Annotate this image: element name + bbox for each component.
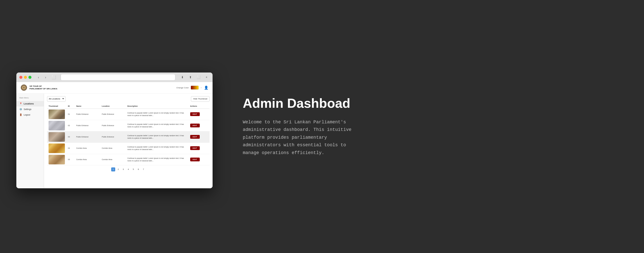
name-cell: Public Entrance bbox=[75, 109, 100, 120]
locations-table: Thumbnail ID Name Location Description A… bbox=[47, 104, 210, 165]
edit-button[interactable]: EDIT bbox=[190, 135, 200, 139]
page-button-4[interactable]: 4 bbox=[126, 167, 130, 171]
location-filter-select[interactable]: All Locations Indoor Outdoor bbox=[47, 96, 66, 102]
location-cell: Public Entrance bbox=[100, 120, 126, 131]
edit-button[interactable]: EDIT bbox=[190, 112, 200, 116]
url-bar[interactable] bbox=[61, 74, 175, 81]
edit-button[interactable]: EDIT bbox=[190, 124, 200, 127]
edit-button[interactable]: EDIT bbox=[190, 158, 200, 161]
app-body: Main Menu 📍 Locations ⚙️ Settings 🚪 Logo… bbox=[16, 94, 213, 188]
id-cell: 04 bbox=[66, 142, 75, 154]
sidebar: Main Menu 📍 Locations ⚙️ Settings 🚪 Logo… bbox=[16, 94, 44, 188]
svg-point-2 bbox=[23, 87, 25, 88]
actions-cell: EDIT bbox=[189, 120, 210, 131]
share-button[interactable]: ⬆ bbox=[187, 74, 193, 80]
table-row: 05 Corridor Area Corridor Area Continue … bbox=[47, 154, 210, 165]
sidebar-main-menu-label: Main Menu bbox=[16, 96, 44, 100]
page-button-6[interactable]: 6 bbox=[136, 167, 140, 171]
col-actions: Actions bbox=[189, 104, 210, 109]
color-arrow-icon: › bbox=[201, 87, 202, 89]
page-button-7[interactable]: 7 bbox=[141, 167, 145, 171]
color-swatch[interactable] bbox=[191, 86, 199, 90]
back-button[interactable]: ‹ bbox=[35, 74, 42, 80]
sidebar-toggle-button[interactable]: ⬜ bbox=[51, 74, 57, 80]
logo-area: VR TOUR OF PARLIAMENT OF SRI LANKA bbox=[20, 84, 57, 91]
page-button-3[interactable]: 3 bbox=[121, 167, 125, 171]
content-toolbar: All Locations Indoor Outdoor Hide Thumbn… bbox=[47, 96, 210, 102]
dashboard-title: Admin Dashboad bbox=[243, 96, 624, 111]
right-panel: Admin Dashboad Welcome to the Sri Lankan… bbox=[213, 96, 644, 157]
change-color-label: Change Color bbox=[176, 87, 189, 89]
description-cell: Continue to popular belief. Lorem Ipsum … bbox=[126, 154, 189, 165]
main-content: All Locations Indoor Outdoor Hide Thumbn… bbox=[44, 94, 213, 188]
thumbnail-image bbox=[49, 132, 65, 142]
thumbnail-image bbox=[49, 155, 65, 164]
page-button-2[interactable]: 2 bbox=[116, 167, 120, 171]
add-tab-button[interactable]: + bbox=[204, 74, 210, 80]
location-cell: Corridor Area bbox=[100, 154, 126, 165]
forward-button[interactable]: › bbox=[43, 74, 49, 80]
location-cell: Corridor Area bbox=[100, 142, 126, 154]
thumbnail-cell bbox=[47, 142, 66, 154]
table-row: 02 Public Entrance Public Entrance Conti… bbox=[47, 120, 210, 131]
logout-door-icon: 🚪 bbox=[19, 114, 22, 116]
actions-cell: EDIT bbox=[189, 142, 210, 154]
page-button-1[interactable]: 1 bbox=[111, 167, 115, 171]
browser-content: VR TOUR OF PARLIAMENT OF SRI LANKA Chang… bbox=[16, 82, 213, 188]
hide-thumbnail-button[interactable]: Hide Thumbnail bbox=[191, 96, 210, 102]
close-button[interactable] bbox=[19, 76, 22, 79]
location-cell: Public Entrance bbox=[100, 131, 126, 142]
sidebar-item-logout[interactable]: 🚪 Logout bbox=[16, 112, 44, 118]
minimize-button[interactable] bbox=[24, 76, 27, 79]
sidebar-locations-label: Locations bbox=[24, 102, 34, 105]
browser-window: ‹ › ⬜ ⬇ ⬆ ⬜ + VR TOUR OF PARLIAMENT OF bbox=[16, 73, 213, 188]
page-button-5[interactable]: 5 bbox=[131, 167, 135, 171]
actions-cell: EDIT bbox=[189, 154, 210, 165]
pagination: 1234567 bbox=[47, 165, 210, 172]
actions-cell: EDIT bbox=[189, 109, 210, 120]
thumbnail-image bbox=[49, 110, 65, 119]
download-button[interactable]: ⬇ bbox=[179, 74, 185, 80]
table-header-row: Thumbnail ID Name Location Description A… bbox=[47, 104, 210, 109]
sidebar-settings-label: Settings bbox=[24, 108, 31, 111]
browser-actions: ⬇ ⬆ ⬜ + bbox=[179, 74, 210, 80]
id-cell: 01 bbox=[66, 109, 75, 120]
edit-button[interactable]: EDIT bbox=[190, 146, 200, 150]
thumbnail-cell bbox=[47, 120, 66, 131]
sidebar-logout-label: Logout bbox=[24, 114, 30, 116]
description-cell: Continue to popular belief. Lorem Ipsum … bbox=[126, 109, 189, 120]
user-account-button[interactable]: 👤 bbox=[204, 85, 209, 90]
description-cell: Continue to popular belief. Lorem Ipsum … bbox=[126, 142, 189, 154]
name-cell: Public Entrance bbox=[75, 120, 100, 131]
name-cell: Corridor Area bbox=[75, 142, 100, 154]
settings-gear-icon: ⚙️ bbox=[19, 108, 22, 111]
header-right: Change Color › 👤 bbox=[176, 85, 209, 90]
name-cell: Corridor Area bbox=[75, 154, 100, 165]
browser-titlebar: ‹ › ⬜ ⬇ ⬆ ⬜ + bbox=[16, 73, 213, 82]
col-location: Location bbox=[100, 104, 126, 109]
sidebar-item-settings[interactable]: ⚙️ Settings bbox=[16, 106, 44, 112]
thumbnail-cell bbox=[47, 131, 66, 142]
location-cell: Public Entrance bbox=[100, 109, 126, 120]
col-description: Description bbox=[126, 104, 189, 109]
maximize-button[interactable] bbox=[28, 76, 31, 79]
thumbnail-cell bbox=[47, 109, 66, 120]
col-id: ID bbox=[66, 104, 75, 109]
description-cell: Continue to popular belief. Lorem Ipsum … bbox=[126, 120, 189, 131]
logo-icon bbox=[20, 84, 27, 91]
col-name: Name bbox=[75, 104, 100, 109]
new-tab-button[interactable]: ⬜ bbox=[195, 74, 202, 80]
traffic-lights bbox=[19, 76, 31, 79]
id-cell: 03 bbox=[66, 131, 75, 142]
thumbnail-image bbox=[49, 143, 65, 153]
sidebar-item-locations[interactable]: 📍 Locations bbox=[16, 101, 44, 106]
app-header: VR TOUR OF PARLIAMENT OF SRI LANKA Chang… bbox=[16, 82, 213, 94]
table-row: 04 Corridor Area Corridor Area Continue … bbox=[47, 142, 210, 154]
id-cell: 05 bbox=[66, 154, 75, 165]
table-row: 01 Public Entrance Public Entrance Conti… bbox=[47, 109, 210, 120]
col-thumbnail: Thumbnail bbox=[47, 104, 66, 109]
nav-buttons: ‹ › bbox=[35, 74, 49, 80]
id-cell: 02 bbox=[66, 120, 75, 131]
logo-text: VR TOUR OF PARLIAMENT OF SRI LANKA bbox=[29, 85, 57, 90]
table-row: 03 Public Entrance Public Entrance Conti… bbox=[47, 131, 210, 142]
